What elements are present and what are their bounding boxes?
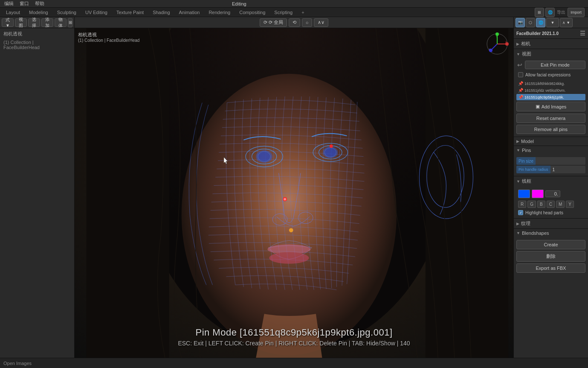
svg-text:Z: Z <box>489 48 490 51</box>
channel-C[interactable]: C <box>547 201 555 208</box>
plugin-title: FaceBuilder 2021.1.0 <box>516 31 559 36</box>
images-list: 📌 161551ikf6hkk9824kkg. 📌 161551jrldz ve… <box>516 80 585 100</box>
pin-size-value[interactable] <box>536 157 585 165</box>
undo-btn[interactable]: ↩ <box>516 61 523 69</box>
image-label-1: 161551jrldz ve5lozl0vm. <box>524 88 566 93</box>
add-btn[interactable]: 添加 <box>41 18 53 27</box>
select-btn[interactable]: 选择 <box>28 18 40 27</box>
object-btn[interactable]: 物体 <box>55 18 67 27</box>
snap-btn[interactable]: ⟲ <box>289 18 300 27</box>
gizmo-btn[interactable]: ∧ ▼ <box>560 18 573 27</box>
add-images-icon: ▣ <box>536 104 540 109</box>
menu-help[interactable]: 帮助 <box>32 0 47 7</box>
pin-size-row: Pin size <box>516 157 585 165</box>
channel-Y[interactable]: Y <box>566 201 574 208</box>
render-engine-btn[interactable]: 🌐 <box>545 8 555 17</box>
viewport-gizmo[interactable]: X Y Z <box>486 32 509 56</box>
menu-edit[interactable]: 编辑 <box>2 0 16 7</box>
model-arrow-icon: ▶ <box>516 139 519 143</box>
channel-M[interactable]: M <box>556 201 565 208</box>
svg-point-10 <box>256 150 272 163</box>
pins-section-toggle[interactable]: ▼ Pins <box>514 146 588 155</box>
svg-text:X: X <box>505 41 507 43</box>
camera-section-toggle[interactable]: ▶ 相机 <box>514 39 588 49</box>
camera-section-label: 相机 <box>521 41 530 47</box>
face-mesh-svg <box>75 28 513 358</box>
tab-modeling[interactable]: Modeling <box>25 8 52 17</box>
open-images-btn[interactable]: Open Images <box>3 361 32 366</box>
blendshapes-section-label: Blendshapes <box>522 231 549 236</box>
view-section-label: 视图 <box>522 51 531 57</box>
model-section-toggle[interactable]: ▶ Model <box>514 137 588 146</box>
wireframe-alpha-input[interactable] <box>545 190 560 197</box>
highlight-head-row: ✓ Highlight head parts <box>516 209 585 216</box>
pin-icon-2: 📌 <box>518 95 523 99</box>
view-section-toggle[interactable]: ▼ 视图 <box>514 49 588 59</box>
facial-expressions-checkbox[interactable] <box>518 72 523 77</box>
texture-section-toggle[interactable]: ▶ 纹理 <box>514 219 588 228</box>
texture-section: ▶ 纹理 <box>514 218 588 228</box>
tab-texture-paint[interactable]: Texture Paint <box>112 8 148 17</box>
blendshapes-section: ▼ Blendshapes Create 删除 Export as FBX <box>514 228 588 275</box>
wireframe-section-toggle[interactable]: ▼ 线框 <box>514 176 588 186</box>
viewport-mode-btn[interactable]: ⊞ <box>68 18 72 27</box>
pins-section-label: Pins <box>522 148 531 153</box>
panel-menu-icon[interactable]: ☰ <box>580 30 585 37</box>
delete-btn[interactable]: 删除 <box>516 251 585 262</box>
tab-shading[interactable]: Shading <box>148 8 174 17</box>
image-label-2: 161551q8c9p5k6j1p9k. <box>524 95 564 99</box>
channel-B[interactable]: B <box>537 201 545 208</box>
remove-all-pins-button[interactable]: Remove all pins <box>516 125 585 134</box>
export-fbx-btn[interactable]: Export as FBX <box>516 263 585 273</box>
channel-R[interactable]: R <box>518 201 526 208</box>
material-view-btn[interactable]: ⬡ <box>526 18 535 27</box>
image-item-2[interactable]: 📌 161551q8c9p5k6j1p9k. <box>516 94 585 100</box>
proportional-btn[interactable]: ○ <box>302 18 313 27</box>
image-item-1[interactable]: 📌 161551jrldz ve5lozl0vm. <box>516 87 585 93</box>
camera-mode-label: 相机透视 <box>2 30 72 38</box>
tab-add-workspace[interactable]: + <box>297 8 308 17</box>
highlight-head-checkbox[interactable]: ✓ <box>518 210 523 215</box>
left-sidebar: 相机透视 (1) Collection | FaceBuilderHead <box>0 28 75 358</box>
wireframe-section-label: 线框 <box>522 178 531 184</box>
rendered-view-btn[interactable]: 🌐 <box>536 18 545 27</box>
tab-rendering[interactable]: Rendering <box>204 8 235 17</box>
add-images-button[interactable]: ▣ Add Images <box>516 102 585 111</box>
add-images-label: Add Images <box>542 104 567 109</box>
wireframe-color-swatch-2[interactable] <box>532 190 544 198</box>
tab-layout[interactable]: Layout <box>2 8 24 17</box>
tab-animation[interactable]: Animation <box>175 8 204 17</box>
transform-btn[interactable]: ∧∨ <box>314 18 328 27</box>
blendshapes-section-toggle[interactable]: ▼ Blendshapes <box>514 229 588 237</box>
tab-scripting[interactable]: Scripting <box>270 8 297 17</box>
pins-arrow-icon: ▼ <box>516 148 520 152</box>
global-btn[interactable]: ⟳ ⟳ 全局 <box>260 18 287 27</box>
scene-icon-btn[interactable]: ⊞ <box>535 8 544 17</box>
svg-point-11 <box>323 146 338 158</box>
view-btn[interactable]: 视图 <box>15 18 27 27</box>
tab-compositing[interactable]: Compositing <box>235 8 269 17</box>
tab-sculpting[interactable]: Sculpting <box>53 8 81 17</box>
view-arrow-icon: ▼ <box>516 52 520 56</box>
mode-select-btn[interactable]: 式 ▼ <box>2 18 14 27</box>
overlay-btn[interactable]: ▼ <box>546 18 559 27</box>
facial-expressions-label: Allow facial expressions <box>525 73 571 77</box>
exit-pin-button[interactable]: Exit Pin mode <box>525 61 585 69</box>
model-section: ▶ Model <box>514 137 588 146</box>
svg-point-19 <box>284 198 286 201</box>
reset-camera-button[interactable]: Reset camera <box>516 114 585 123</box>
main-viewport[interactable]: 相机透视 (1) Collection | FaceBuilderHead X … <box>75 28 513 358</box>
svg-text:Y: Y <box>496 35 498 38</box>
menu-window[interactable]: 窗口 <box>17 0 32 7</box>
channel-G[interactable]: G <box>527 201 536 208</box>
center-toolbar: ⟳ ⟳ 全局 ⟲ ○ ∧∨ <box>75 17 513 28</box>
import-btn[interactable]: Import <box>568 8 585 17</box>
pins-section: ▼ Pins Pin size Pin handle radius 1 <box>514 146 588 176</box>
image-item-0[interactable]: 📌 161551ikf6hkk9824kkg. <box>516 80 585 87</box>
tab-uv-editing[interactable]: UV Editing <box>81 8 112 17</box>
right-panel: FaceBuilder 2021.1.0 ☰ ▶ 相机 ▼ 视图 ↩ Exit … <box>513 28 588 358</box>
pin-handle-value[interactable]: 1 <box>550 166 585 173</box>
camera-view-btn[interactable]: 📷 <box>516 18 525 27</box>
create-btn[interactable]: Create <box>516 240 585 249</box>
wireframe-color-swatch-1[interactable] <box>518 190 530 198</box>
